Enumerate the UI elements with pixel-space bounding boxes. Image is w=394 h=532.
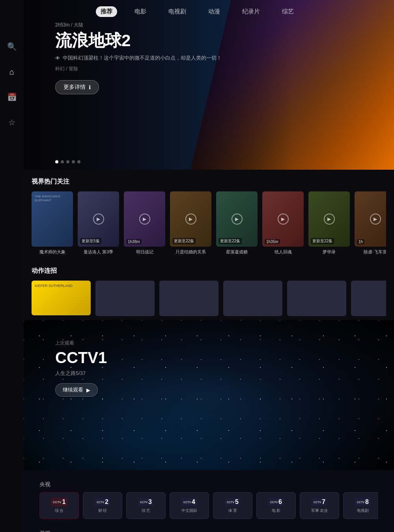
- tv-channels-wrapper: 央视 CCTV 1 综 合 CCTV 2 财 经: [24, 470, 394, 532]
- hero-dot-4[interactable]: [72, 160, 75, 163]
- nav-item-movie[interactable]: 电影: [130, 6, 151, 17]
- hero-tags: 科幻 / 冒险: [55, 66, 222, 72]
- sidebar-search-icon[interactable]: 🔍: [5, 39, 19, 54]
- card-label: 梦华录: [308, 249, 350, 255]
- hero-content: 2h53m / 大陆 流浪地球2 👁 中国科幻顶梁柱！这个宇宙中的微不足道的小白…: [55, 22, 222, 94]
- card-thumb: ▶ 更新至5集: [78, 191, 119, 247]
- cctv-logo-4: CCTV 4: [181, 498, 197, 506]
- cctv-name-5: 体 育: [228, 508, 237, 513]
- banner-section: 上次观看 CCTV1 人生之路5/37 继续观看 ▶: [24, 320, 394, 470]
- action-section: 动作连招 KIEFER SUTHERLAND: [24, 259, 394, 320]
- card-badge: 更新至22集: [172, 238, 196, 244]
- hero-dot-3[interactable]: [66, 160, 69, 163]
- nav-item-anime[interactable]: 动漫: [204, 6, 225, 17]
- cctv-section: 央视 CCTV 1 综 合 CCTV 2 财 经: [32, 474, 386, 523]
- hero-dot-1[interactable]: [55, 160, 58, 163]
- cctv-logo-8: CCTV 8: [355, 498, 371, 506]
- satellite-title: 卫视: [39, 530, 378, 532]
- hero-section: 2h53m / 大陆 流浪地球2 👁 中国科幻顶梁柱！这个宇宙中的微不足道的小白…: [24, 0, 394, 170]
- cctv-name-8: 电视剧: [357, 508, 369, 513]
- card-thumb: ▶ 1h35m: [262, 191, 304, 247]
- list-item[interactable]: [351, 281, 386, 316]
- play-icon: ▶: [139, 214, 150, 225]
- list-item[interactable]: CCTV 7 军事 农业: [300, 492, 339, 519]
- list-item[interactable]: CCTV 6 电 影: [256, 492, 296, 519]
- cctv-name-6: 电 影: [272, 508, 281, 513]
- list-item[interactable]: CCTV 4 中文国际: [170, 492, 209, 519]
- card-thumb: ▶ 更新至22集: [170, 191, 211, 247]
- cctv-name-3: 综 艺: [142, 508, 151, 513]
- card-thumb: THE MAGICIAN'S ELEPHANT: [32, 191, 73, 247]
- sidebar-home-icon[interactable]: ⌂: [5, 65, 19, 79]
- nav-item-tv[interactable]: 电视剧: [164, 6, 191, 17]
- list-item[interactable]: CCTV 5 体 育: [213, 492, 252, 519]
- banner-continue-button[interactable]: 继续观看 ▶: [55, 383, 98, 397]
- hero-title: 流浪地球2: [55, 32, 222, 50]
- list-item[interactable]: CCTV 8 电视剧: [343, 492, 378, 519]
- list-item[interactable]: ▶ 1h38m 明日战记: [124, 191, 165, 255]
- cctv-channels-row: CCTV 1 综 合 CCTV 2 财 经 CCTV: [39, 492, 378, 519]
- card-badge: 1h38m: [126, 239, 142, 244]
- cctv-logo-6: CCTV 6: [268, 498, 284, 506]
- card-label: 星落凝成糖: [216, 249, 258, 255]
- play-icon: ▶: [232, 214, 243, 225]
- list-item[interactable]: CCTV 3 综 艺: [126, 492, 166, 519]
- list-item[interactable]: KIEFER SUTHERLAND: [32, 281, 91, 315]
- card-badge: 1h: [357, 239, 364, 244]
- sidebar-star-icon[interactable]: ☆: [5, 115, 19, 129]
- action-scroll-row: KIEFER SUTHERLAND: [32, 281, 386, 316]
- cctv-name-1: 综 合: [55, 508, 64, 513]
- card-badge: 更新至22集: [311, 238, 334, 244]
- list-item[interactable]: [287, 281, 346, 316]
- list-item[interactable]: ▶ 1h 除虐·飞车党: [355, 191, 386, 255]
- list-item[interactable]: ▶ 更新至22集 只是结婚的关系: [170, 191, 211, 255]
- hot-section-title: 视界热门关注: [32, 178, 386, 186]
- list-item[interactable]: [223, 281, 282, 316]
- list-item[interactable]: THE MAGICIAN'S ELEPHANT 魔术师的大象: [32, 191, 73, 255]
- main-content: 2h53m / 大陆 流浪地球2 👁 中国科幻顶梁柱！这个宇宙中的微不足道的小白…: [24, 0, 394, 532]
- play-icon: ▶: [324, 214, 335, 225]
- banner-subtitle: 上次观看: [55, 340, 107, 347]
- play-icon: ▶: [93, 214, 104, 225]
- banner-content: 上次观看 CCTV1 人生之路5/37 继续观看 ▶: [55, 340, 107, 397]
- sidebar: 🔍 ⌂ 📅 ☆: [0, 0, 24, 532]
- hero-detail-button[interactable]: 更多详情 ℹ: [55, 80, 99, 94]
- card-label: 曼达洛人 第3季: [78, 249, 119, 255]
- list-item[interactable]: ▶ 更新至22集 梦华录: [308, 191, 350, 255]
- list-item[interactable]: ▶ 更新至22集 星落凝成糖: [216, 191, 258, 255]
- list-item[interactable]: ▶ 更新至5集 曼达洛人 第3季: [78, 191, 119, 255]
- nav-item-recommend[interactable]: 推荐: [96, 6, 117, 17]
- hero-dots: [55, 160, 80, 163]
- list-item[interactable]: CCTV 2 财 经: [83, 492, 122, 519]
- play-icon: ▶: [86, 387, 90, 393]
- cctv-logo-2: CCTV 2: [95, 498, 110, 506]
- hero-dot-5[interactable]: [77, 160, 80, 163]
- sidebar-calendar-icon[interactable]: 📅: [5, 90, 19, 104]
- card-badge: 更新至22集: [218, 238, 242, 244]
- cctv-title: 央视: [39, 481, 378, 488]
- card-thumb: ▶ 1h: [355, 191, 386, 247]
- eye-icon: 👁: [55, 55, 60, 61]
- nav-item-variety[interactable]: 综艺: [277, 6, 299, 17]
- cctv-logo-3: CCTV 3: [138, 498, 154, 506]
- hero-dot-2[interactable]: [61, 160, 64, 163]
- card-label: 纸人回魂: [262, 249, 304, 255]
- card-label: 明日战记: [124, 249, 165, 255]
- hero-desc: 👁 中国科幻顶梁柱！这个宇宙中的微不足道的小白点，却是人类的一切！: [55, 54, 222, 62]
- list-item[interactable]: ▶ 1h35m 纸人回魂: [262, 191, 304, 255]
- list-item[interactable]: [95, 281, 155, 316]
- cctv-name-2: 财 经: [98, 508, 107, 513]
- play-icon: ▶: [370, 214, 381, 225]
- cctv-logo-5: CCTV 5: [225, 498, 241, 506]
- hot-scroll-row: THE MAGICIAN'S ELEPHANT 魔术师的大象 ▶ 更新至5集 曼…: [32, 191, 386, 255]
- info-icon: ℹ: [89, 84, 91, 90]
- play-icon: ▶: [278, 214, 289, 225]
- list-item[interactable]: CCTV 1 综 合: [39, 492, 79, 519]
- list-item[interactable]: [159, 281, 218, 316]
- card-badge: 更新至5集: [80, 238, 101, 244]
- nav-item-documentary[interactable]: 纪录片: [237, 6, 265, 17]
- card-label: 魔术师的大象: [32, 249, 73, 255]
- cctv-name-7: 军事 农业: [311, 508, 328, 513]
- card-label: 只是结婚的关系: [170, 249, 211, 255]
- card-thumb: ▶ 更新至22集: [308, 191, 350, 247]
